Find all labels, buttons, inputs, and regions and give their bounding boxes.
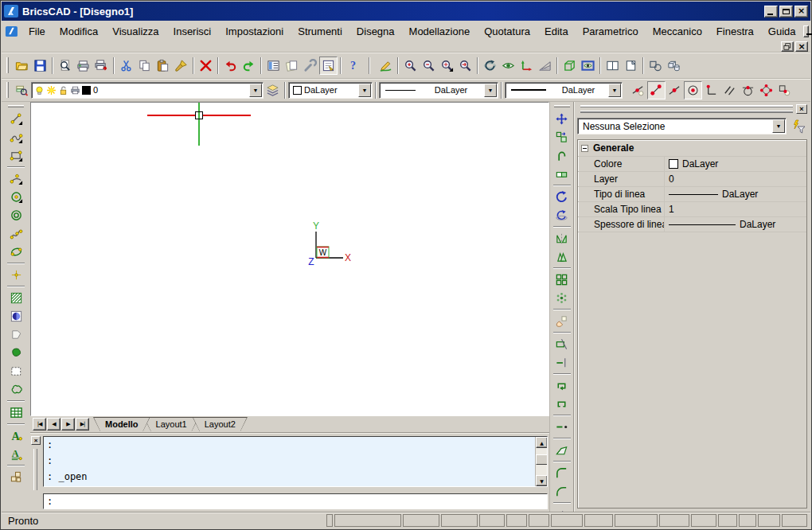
array-button[interactable] xyxy=(552,271,572,289)
tab-nav-prev-button[interactable]: ◀ xyxy=(47,418,61,431)
revcloud-button[interactable] xyxy=(6,380,26,399)
properties-panel-grip[interactable] xyxy=(580,107,793,111)
paste-button[interactable] xyxy=(154,57,172,75)
scroll-down-button[interactable]: ▼ xyxy=(536,475,548,486)
toolbar-grip[interactable] xyxy=(6,82,9,98)
snapcenter-button[interactable] xyxy=(684,81,702,99)
layers-button[interactable] xyxy=(264,81,282,99)
dropdown-arrow-icon[interactable]: ▼ xyxy=(608,84,621,97)
stretch-button[interactable] xyxy=(552,165,572,183)
command-history[interactable]: : : : _open ▲ ▼ xyxy=(43,436,548,487)
pedit-button[interactable] xyxy=(552,146,572,165)
tab-nav-first-button[interactable]: |◀ xyxy=(33,418,46,431)
hatch-button[interactable] xyxy=(6,289,26,307)
tab-layout1[interactable]: Layout1 xyxy=(144,417,199,431)
drawing-canvas[interactable]: ​ Y W X Z xyxy=(30,102,549,416)
preview-button[interactable] xyxy=(56,57,74,75)
copy-button[interactable] xyxy=(135,57,154,75)
insblock-button[interactable] xyxy=(6,468,26,486)
snapins-button[interactable] xyxy=(775,81,794,99)
ucsaxes-button[interactable] xyxy=(517,57,536,75)
cut-button[interactable] xyxy=(117,57,135,75)
toolbar-grip[interactable] xyxy=(554,105,570,107)
property-row-layer[interactable]: Layer 0 xyxy=(578,171,806,186)
box3d-button[interactable] xyxy=(560,57,579,75)
mtext-button[interactable]: A xyxy=(6,445,26,463)
orbit-button[interactable] xyxy=(481,57,499,75)
save-button[interactable] xyxy=(31,57,49,75)
rotate-button[interactable] xyxy=(552,188,572,206)
sheets-button[interactable] xyxy=(283,57,301,75)
zoomout-button[interactable] xyxy=(420,57,438,75)
delete-button[interactable] xyxy=(197,57,215,75)
scroll-thumb[interactable] xyxy=(536,454,548,465)
fillet-button[interactable] xyxy=(552,464,572,482)
explode-button[interactable] xyxy=(552,505,572,512)
rectangle-button[interactable] xyxy=(6,146,26,165)
color-combo[interactable]: DaLayer ▼ xyxy=(288,82,373,99)
donut-button[interactable] xyxy=(6,206,26,224)
arc-button[interactable] xyxy=(6,170,26,188)
close-button[interactable]: × xyxy=(794,6,808,18)
selection-combo[interactable]: Nessuna Selezione ▼ xyxy=(577,118,787,134)
command-input[interactable]: : xyxy=(43,493,548,509)
closepl-button[interactable] xyxy=(552,376,572,395)
menu-guida[interactable]: Guida xyxy=(761,23,803,40)
linetype-combo[interactable]: DaLayer ▼ xyxy=(379,82,498,99)
open-button[interactable] xyxy=(13,57,31,75)
ellipse-button[interactable] xyxy=(6,243,26,261)
lineweight-combo[interactable]: DaLayer ▼ xyxy=(505,82,623,99)
circle-button[interactable] xyxy=(6,188,26,206)
region-button[interactable] xyxy=(6,344,26,362)
arraypolar-button[interactable] xyxy=(552,289,572,307)
menu-file[interactable]: File xyxy=(21,23,53,40)
fillet2-button[interactable] xyxy=(552,482,572,501)
menu-visualizza[interactable]: Visualizza xyxy=(105,23,166,40)
menu-impostazioni[interactable]: Impostazioni xyxy=(218,23,291,40)
menu-inserisci[interactable]: Inserisci xyxy=(166,23,219,40)
redline-button[interactable] xyxy=(377,57,395,75)
breakln-button[interactable] xyxy=(552,418,572,436)
dropdown-arrow-icon[interactable]: ▼ xyxy=(249,84,262,97)
mdi-minimize-button[interactable] xyxy=(803,25,809,37)
move-button[interactable] xyxy=(552,110,572,128)
table-button[interactable] xyxy=(6,403,26,422)
spline-button[interactable] xyxy=(6,224,26,243)
redo-button[interactable] xyxy=(240,57,258,75)
zoomwin-button[interactable] xyxy=(438,57,456,75)
layer-combo[interactable]: 0 ▼ xyxy=(31,82,264,99)
mirror-button[interactable] xyxy=(552,229,572,247)
snappar-button[interactable] xyxy=(720,81,739,99)
command-panel-close-button[interactable]: × xyxy=(31,436,41,445)
look-button[interactable] xyxy=(579,57,597,75)
point-button[interactable] xyxy=(6,266,26,284)
scroll-up-button[interactable]: ▲ xyxy=(536,437,548,448)
rotate3d-button[interactable] xyxy=(552,206,572,224)
snapnear-button[interactable] xyxy=(629,81,647,99)
print-button[interactable] xyxy=(74,57,92,75)
line-button[interactable] xyxy=(6,110,26,128)
layerexplorer-button[interactable] xyxy=(13,81,31,99)
snaptan-button[interactable] xyxy=(739,81,757,99)
ents3d-button[interactable] xyxy=(665,57,683,75)
help-button[interactable]: ? xyxy=(344,57,362,75)
command-scrollbar[interactable]: ▲ ▼ xyxy=(535,437,547,486)
zoomin-button[interactable] xyxy=(401,57,420,75)
maximize-button[interactable] xyxy=(779,6,793,18)
tab-nav-next-button[interactable]: ▶ xyxy=(61,418,75,431)
menu-modifica[interactable]: Modifica xyxy=(53,23,105,40)
wrench-button[interactable] xyxy=(301,57,319,75)
mdi-restore-button[interactable] xyxy=(781,41,794,52)
mirror3d-button[interactable] xyxy=(552,247,572,266)
matchprop-button[interactable] xyxy=(172,57,190,75)
menu-quotatura[interactable]: Quotatura xyxy=(477,23,537,40)
extend-button[interactable] xyxy=(552,353,572,372)
undo-button[interactable] xyxy=(221,57,240,75)
trim-button[interactable] xyxy=(552,335,572,353)
property-row-colore[interactable]: Colore DaLayer xyxy=(578,156,806,171)
property-row-spessore-di-linea[interactable]: Spessore di linea DaLayer xyxy=(578,216,806,232)
menu-strumenti[interactable]: Strumenti xyxy=(291,23,349,40)
toolbar-grip[interactable] xyxy=(6,57,9,73)
snapmid-button[interactable] xyxy=(666,81,684,99)
vports2-button[interactable] xyxy=(603,57,622,75)
